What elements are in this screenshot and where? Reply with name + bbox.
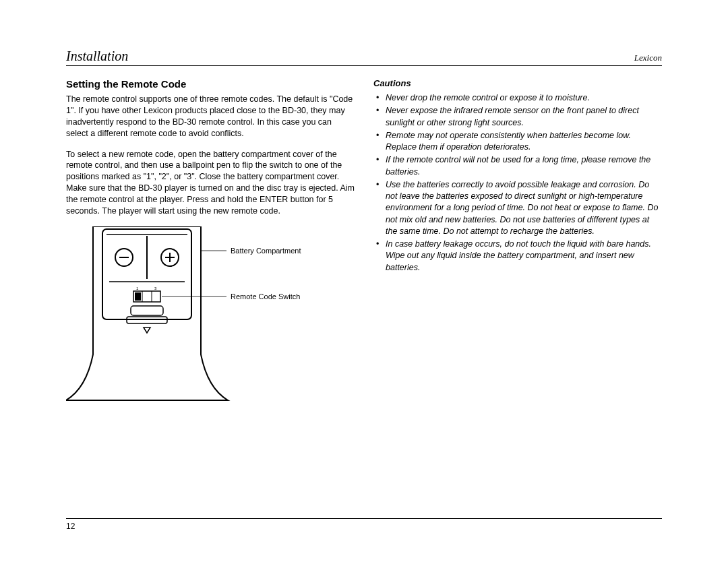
svg-text:1: 1 xyxy=(136,286,139,290)
caution-item: In case battery leakage occurs, do not t… xyxy=(373,239,662,274)
right-column: Cautions Never drop the remote control o… xyxy=(373,78,662,415)
section-title: Installation xyxy=(66,49,128,64)
caution-item: Never expose the infrared remote sensor … xyxy=(373,105,662,129)
brand-name: Lexicon xyxy=(634,53,662,63)
remote-code-procedure: To select a new remote code, open the ba… xyxy=(66,149,355,217)
left-column: Setting the Remote Code The remote contr… xyxy=(66,78,355,415)
caution-item: If the remote control will not be used f… xyxy=(373,154,662,178)
callout-battery-compartment: Battery Compartment xyxy=(231,247,301,255)
page-number: 12 xyxy=(66,518,662,531)
caution-item: Never drop the remote control or expose … xyxy=(373,92,662,104)
svg-text:3: 3 xyxy=(154,286,157,290)
left-heading: Setting the Remote Code xyxy=(66,78,355,90)
cautions-list: Never drop the remote control or expose … xyxy=(373,92,662,274)
cautions-heading: Cautions xyxy=(373,78,662,88)
remote-figure: 1 3 Battery Compartment Remote Code Swit… xyxy=(66,226,356,415)
caution-item: Remote may not operate consistently when… xyxy=(373,130,662,154)
svg-rect-12 xyxy=(135,292,141,301)
caution-item: Use the batteries correctly to avoid pos… xyxy=(373,179,662,237)
page-header: Installation Lexicon xyxy=(66,49,662,66)
remote-illustration: 1 3 xyxy=(66,226,356,415)
svg-rect-15 xyxy=(131,306,163,315)
callout-remote-code-switch: Remote Code Switch xyxy=(231,292,300,301)
remote-code-intro: The remote control supports one of three… xyxy=(66,94,355,139)
